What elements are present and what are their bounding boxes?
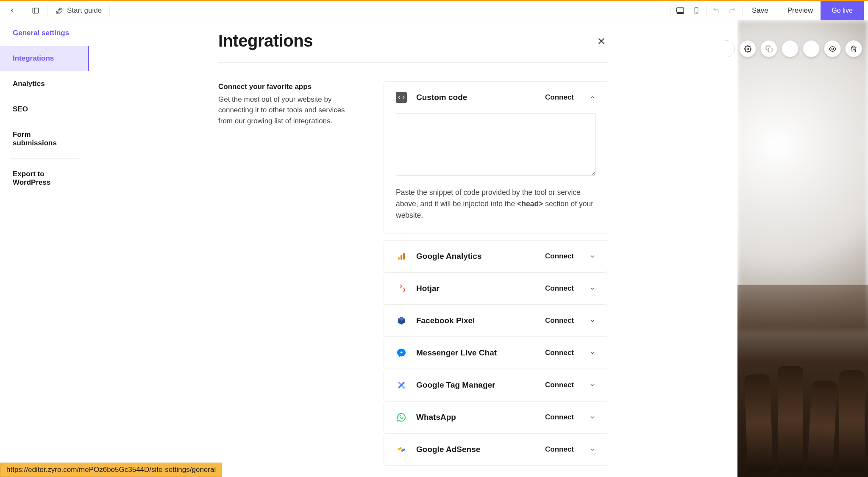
- fbpixel-icon: [396, 315, 407, 326]
- chevron-down-icon: [589, 382, 596, 388]
- svg-point-9: [832, 48, 833, 50]
- svg-point-17: [403, 387, 405, 389]
- sidebar-item-seo[interactable]: SEO: [0, 97, 89, 122]
- intro-block: Connect your favorite apps Get the most …: [218, 81, 358, 466]
- svg-rect-13: [401, 255, 402, 260]
- panel-toggle-button[interactable]: [28, 3, 44, 19]
- chevron-down-icon: [589, 253, 596, 260]
- back-button[interactable]: [4, 3, 20, 19]
- connect-label: Connect: [545, 349, 574, 357]
- svg-rect-12: [398, 257, 400, 260]
- integration-name: Hotjar: [416, 284, 536, 293]
- integration-name: Messenger Live Chat: [416, 348, 536, 358]
- top-toolbar: Start guide Save Preview Go live: [0, 1, 868, 20]
- settings-circle-button[interactable]: [739, 40, 756, 57]
- integration-header[interactable]: Google AnalyticsConnect: [384, 241, 608, 272]
- integration-card: WhatsAppConnect: [384, 401, 608, 433]
- delete-circle-button[interactable]: [845, 40, 862, 57]
- connect-label: Connect: [545, 252, 574, 261]
- integration-card: Google AnalyticsConnect: [384, 240, 608, 272]
- integration-card: Messenger Live ChatConnect: [384, 337, 608, 369]
- close-icon: [597, 36, 606, 46]
- integration-name: Google Tag Manager: [416, 380, 536, 390]
- element-toolbox: [725, 40, 862, 57]
- integration-name: WhatsApp: [416, 413, 536, 422]
- gtm-icon: [396, 380, 407, 391]
- integration-card: HotjarConnect: [384, 272, 608, 305]
- integration-header[interactable]: Facebook PixelConnect: [384, 305, 608, 336]
- start-guide-button[interactable]: Start guide: [51, 6, 106, 15]
- toolbox-left-edge: [725, 40, 735, 57]
- integration-card: Facebook PixelConnect: [384, 305, 608, 337]
- status-bar-url: https://editor.zyro.com/mePOz6bo5Gc3544D…: [0, 463, 222, 477]
- desktop-view-button[interactable]: [672, 3, 688, 19]
- canvas-preview: [737, 20, 868, 477]
- custom-code-textarea[interactable]: [396, 113, 596, 176]
- custom-code-hint: Paste the snippet of code provided by th…: [396, 187, 596, 221]
- chevron-down-icon: [589, 446, 596, 453]
- sidebar-item-general-settings[interactable]: General settings: [0, 20, 89, 46]
- integration-header[interactable]: HotjarConnect: [384, 273, 608, 304]
- eye-icon: [829, 45, 836, 53]
- integration-card: Google AdSenseConnect: [384, 433, 608, 466]
- rocket-icon: [55, 7, 63, 14]
- integration-name: Google Analytics: [416, 252, 536, 261]
- chevron-up-icon: [589, 94, 596, 101]
- svg-rect-8: [768, 48, 772, 52]
- svg-point-7: [747, 48, 748, 50]
- chevron-down-icon: [589, 349, 596, 356]
- mobile-view-button[interactable]: [688, 3, 704, 19]
- adsense-icon: [396, 444, 407, 455]
- integration-header[interactable]: Custom code Connect: [384, 82, 608, 113]
- code-icon: [396, 92, 407, 103]
- sidebar-item-export-wordpress[interactable]: Export to WordPress: [0, 161, 89, 195]
- blank-circle-button-1[interactable]: [782, 40, 798, 57]
- save-button[interactable]: Save: [744, 1, 776, 20]
- ga-icon: [396, 251, 407, 262]
- svg-rect-0: [33, 8, 39, 13]
- connect-label: Connect: [545, 284, 574, 293]
- connect-label: Connect: [545, 93, 574, 102]
- connect-label: Connect: [545, 445, 574, 454]
- whatsapp-icon: [396, 412, 407, 423]
- connect-label: Connect: [545, 316, 574, 325]
- integration-card: Google Tag ManagerConnect: [384, 369, 608, 401]
- integration-header[interactable]: Google AdSenseConnect: [384, 434, 608, 465]
- connect-label: Connect: [545, 413, 574, 422]
- page-title: Integrations: [218, 31, 313, 50]
- svg-point-2: [59, 9, 60, 10]
- blank-circle-button-2[interactable]: [803, 40, 820, 57]
- intro-title: Connect your favorite apps: [218, 81, 358, 92]
- connect-label: Connect: [545, 381, 574, 389]
- integration-header[interactable]: Messenger Live ChatConnect: [384, 337, 608, 369]
- undo-button[interactable]: [708, 3, 724, 19]
- integration-header[interactable]: Google Tag ManagerConnect: [384, 369, 608, 401]
- intro-body: Get the most out of your website by conn…: [218, 94, 358, 127]
- close-panel-button[interactable]: [595, 34, 608, 48]
- svg-rect-14: [403, 253, 405, 260]
- sidebar-item-form-submissions[interactable]: Form submissions: [0, 122, 89, 156]
- redo-button[interactable]: [724, 3, 740, 19]
- trash-icon: [850, 45, 857, 53]
- integration-name: Google AdSense: [416, 445, 536, 454]
- integration-name: Custom code: [416, 93, 536, 102]
- chevron-down-icon: [589, 414, 596, 421]
- integration-name: Facebook Pixel: [416, 316, 536, 325]
- duplicate-circle-button[interactable]: [760, 40, 777, 57]
- chevron-down-icon: [589, 317, 596, 324]
- copy-icon: [765, 45, 773, 53]
- gear-icon: [744, 45, 751, 53]
- sidebar-item-analytics[interactable]: Analytics: [0, 71, 89, 97]
- visibility-circle-button[interactable]: [824, 40, 841, 57]
- integration-header[interactable]: WhatsAppConnect: [384, 402, 608, 433]
- start-guide-label: Start guide: [67, 6, 102, 15]
- sidebar-item-integrations[interactable]: Integrations: [0, 46, 89, 71]
- settings-sidebar: General settings Integrations Analytics …: [0, 20, 89, 477]
- hotjar-icon: [396, 283, 407, 294]
- messenger-icon: [396, 347, 407, 358]
- go-live-button[interactable]: Go live: [821, 1, 864, 20]
- settings-panel: Integrations Connect your favorite apps …: [89, 20, 737, 477]
- chevron-down-icon: [589, 285, 596, 292]
- svg-rect-3: [677, 8, 684, 12]
- preview-button[interactable]: Preview: [780, 1, 821, 20]
